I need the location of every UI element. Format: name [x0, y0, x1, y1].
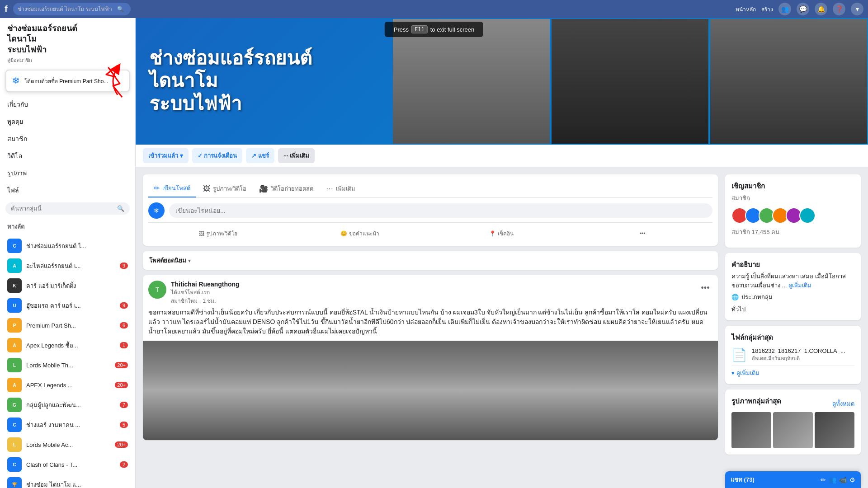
list-item[interactable]: K คาร์ แอร์ มาร์เก็ตติ้ง	[0, 276, 135, 296]
photo-item-2[interactable]	[773, 412, 813, 448]
main-layout: ช่างซ่อมแอร์รถยนต์ ไดนาโม ระบบไฟฟ้า คู่ม…	[0, 18, 868, 488]
nav-messenger-icon[interactable]: 💬	[797, 3, 809, 15]
share-button[interactable]: ↗ แชร์	[246, 148, 274, 163]
write-tab-more-label: เพิ่มเติม	[336, 184, 355, 193]
write-tab-photo[interactable]: 🖼 รูปภาพ/วิดีโอ	[198, 180, 252, 197]
list-item[interactable]: C ช่างซ่อมแอร์รถยนต์ ไ...	[0, 236, 135, 256]
chat-header[interactable]: แชท (73) ✏ 👥 📹 ⚙	[725, 471, 861, 488]
list-item[interactable]: U อู๊ซอมรถ คาร์ แอร์ เ... 9	[0, 296, 135, 315]
see-all-photos-link[interactable]: ดูทั้งหมด	[832, 399, 854, 408]
banner-title-line1: ช่างซ่อมแอร์รถยนต์	[149, 47, 312, 70]
sidebar-chat[interactable]: พูดคุย	[0, 113, 135, 130]
group-header: ช่างซ่อมแอร์รถยนต์ ไดนาโม ระบบไฟฟ้า คู่ม…	[0, 18, 135, 66]
list-item[interactable]: L Lords Mobile Ac... 20+	[0, 435, 135, 455]
photo-item-1[interactable]	[731, 412, 771, 448]
edit-icon: ✏	[154, 184, 160, 192]
list-item[interactable]: A อะไหล่แอร์รถยนต์ เ... 9	[0, 256, 135, 276]
post-role: สมาชิกใหม่	[171, 296, 198, 305]
chat-edit-icon[interactable]: ✏	[821, 476, 826, 483]
sidebar-files[interactable]: ไฟล์	[0, 182, 135, 199]
more-icon: ⋯	[326, 184, 333, 193]
sidebar-nav: เกี่ยวกับ พูดคุย สมาชิก วิดีโอ รูปภาพ ไฟ…	[0, 96, 135, 199]
post-time-row: สมาชิกใหม่ · 1 ชม.	[171, 296, 693, 305]
sidebar-photos[interactable]: รูปภาพ	[0, 164, 135, 182]
recommend-icon: 😊	[340, 230, 347, 237]
list-item[interactable]: P Premium Part Sh... 6	[0, 315, 135, 335]
list-item[interactable]: C ช่างแอร์ งานหาคน ... 5	[0, 415, 135, 435]
photo-item-3[interactable]	[815, 412, 854, 448]
group-avatar: U	[7, 298, 22, 313]
write-ellipsis-btn[interactable]: •••	[573, 226, 712, 240]
group-item-name: Clash of Clans - T...	[26, 461, 115, 468]
fullscreen-notice: Press F11 to exit full screen	[385, 22, 483, 37]
post-header: T Thitichai Rueangthong ได้แชร์โพสต์แรก …	[143, 275, 718, 308]
joined-button[interactable]: เข้าร่วมแล้ว ▾	[143, 148, 189, 163]
list-item[interactable]: C Clash of Clans - T... 2	[0, 455, 135, 474]
nav-create[interactable]: สร้าง	[761, 5, 773, 14]
search-bar[interactable]: 🔍	[13, 3, 131, 15]
sidebar-members[interactable]: สมาชิก	[0, 130, 135, 147]
group-avatar: A	[7, 258, 22, 273]
group-subtitle2: ระบบไฟฟ้า	[7, 45, 128, 55]
file-item[interactable]: 📄 1816232_1816217_1.COROLLA_... อัพเดตเม…	[731, 345, 854, 366]
group-item-badge: 2	[120, 461, 128, 468]
facebook-logo[interactable]: f	[5, 4, 8, 14]
post-action-label: ได้แชร์โพสต์แรก	[171, 288, 210, 296]
checkin-label: เช็คอิน	[498, 229, 514, 238]
group-avatar: G	[7, 398, 22, 412]
more-button[interactable]: ··· เพิ่มเติม	[278, 148, 315, 163]
right-sidebar: เชิญสมาชิก สมาชิก สมาชิก 17,455 คน คำอธิ…	[725, 174, 861, 481]
group-item-badge: 6	[120, 322, 128, 328]
list-item[interactable]: A Apex Legends ซื้อ... 1	[0, 335, 135, 355]
group-item-name: อู๊ซอมรถ คาร์ แอร์ เ...	[26, 301, 115, 310]
group-item-badge: 20+	[115, 382, 128, 388]
nav-help-icon[interactable]: ❓	[833, 3, 845, 15]
nav-more-icon[interactable]: ▾	[851, 3, 863, 15]
write-photo-btn[interactable]: 🖼 รูปภาพ/วิดีโอ	[148, 226, 288, 240]
see-more-files[interactable]: ▾ ดูเพิ่มเติม	[731, 368, 854, 378]
sort-bar[interactable]: โพสต์ยอดนิยม ▾	[143, 251, 718, 270]
write-checkin-btn[interactable]: 📍 เช็คอิน	[431, 226, 571, 240]
group-search-bar[interactable]: 🔍	[5, 202, 130, 215]
file-date: อัพเดตเมื่อวันพฤหัสบดี	[752, 354, 845, 362]
list-item[interactable]: G กลุ่มผู้ปลูกและพัฒน... 7	[0, 395, 135, 415]
post-more-button[interactable]: •••	[698, 281, 712, 295]
write-input-row: ❄	[148, 202, 712, 219]
group-item-badge: 5	[120, 422, 128, 428]
checkin-icon: 📍	[489, 230, 496, 237]
list-item[interactable]: 🏆 ช่างซ่อม ไดนาโม แ...	[0, 474, 135, 488]
write-post-input[interactable]	[169, 203, 712, 218]
sidebar-videos[interactable]: วิดีโอ	[0, 147, 135, 164]
post-card: T Thitichai Rueangthong ได้แชร์โพสต์แรก …	[143, 275, 718, 440]
write-tab-post[interactable]: ✏ เขียนโพสต์	[148, 180, 196, 197]
write-tab-live[interactable]: 🎥 วิดีโอถ่ายทอดสด	[254, 180, 319, 197]
chat-group-icon[interactable]: 👥	[829, 476, 836, 483]
banner-image-2	[552, 19, 708, 144]
file-name: 1816232_1816217_1.COROLLA_...	[752, 347, 845, 354]
group-item-name: Premium Part Sh...	[26, 322, 115, 329]
description-more-link[interactable]: ดูเพิ่มเติม	[788, 282, 811, 289]
snowflake-icon: ❄	[12, 75, 20, 87]
nav-notifications-icon[interactable]: 🔔	[815, 3, 827, 15]
list-item[interactable]: A APEX Legends ... 20+	[0, 375, 135, 395]
tooltip-popup[interactable]: ❄ โต้ตอบด้วยชื่อ Premium Part Sho...	[5, 70, 130, 92]
write-avatar: ❄	[148, 202, 165, 219]
write-tab-photo-label: รูปภาพ/วิดีโอ	[213, 184, 246, 193]
group-search-input[interactable]	[11, 205, 114, 212]
write-recommend-btn[interactable]: 😊 ขอคำแนะนำ	[290, 226, 429, 240]
search-input[interactable]	[18, 6, 117, 12]
nav-home[interactable]: หน้าหลัก	[736, 5, 756, 14]
group-item-name: Lords Mobile Th...	[26, 362, 110, 369]
sidebar-about[interactable]: เกี่ยวกับ	[0, 96, 135, 113]
group-item-badge: 9	[120, 302, 128, 309]
list-item[interactable]: L Lords Mobile Th... 20+	[0, 355, 135, 375]
notification-button[interactable]: ✓ การแจ้งเดือน	[192, 148, 243, 163]
chat-video-icon[interactable]: 📹	[839, 476, 847, 483]
group-item-badge: 20+	[115, 362, 128, 368]
group-type-label: ประเภทกลุ่ม	[741, 292, 773, 302]
banner-image-3	[710, 19, 867, 144]
chat-settings-icon[interactable]: ⚙	[849, 476, 855, 483]
write-tab-more[interactable]: ⋯ เพิ่มเติม	[321, 180, 361, 197]
video-icon: 🎥	[259, 184, 268, 193]
nav-friends-icon[interactable]: 👥	[778, 3, 791, 15]
